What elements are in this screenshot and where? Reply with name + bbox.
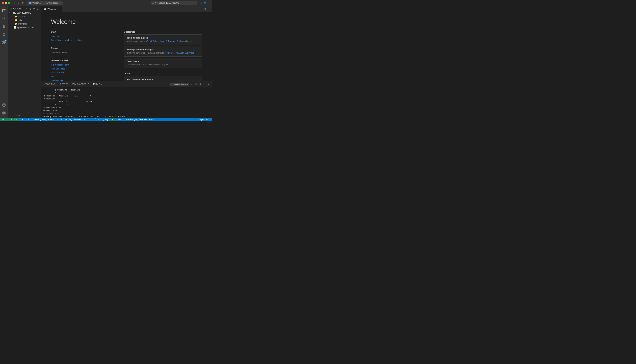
outline-section[interactable]: › Outline (8, 114, 41, 117)
back-button[interactable]: ‹ (13, 2, 16, 4)
settings-keybindings-card[interactable]: Settings and keybindings Install the set… (124, 46, 202, 56)
remote-address: 127.0.0.1:8443 (5, 118, 18, 120)
build-status-text: [ (103, 118, 104, 120)
activity-item-source-control[interactable] (0, 22, 8, 30)
activity-item-extensions[interactable]: 1 (0, 38, 8, 46)
tools-languages-card[interactable]: Tools and languages Install support for … (124, 34, 202, 45)
js-link[interactable]: JavaScript (142, 40, 152, 42)
terminal-actions: 1: CMake/Launch + ⊞ 🗑 △ ✕ (170, 82, 211, 86)
issue-tracker-link[interactable]: Issue Tracker (51, 71, 114, 74)
terminal-separator-top: ----------+----------+----------+ (43, 92, 210, 94)
browser-actions: ☆ 👤 ⋮ (200, 2, 210, 4)
terminal-tabs: PROBLEMS OUTPUT DEBUG CONSOLE TERMINAL 1… (41, 82, 212, 87)
minimize-traffic-light[interactable] (5, 2, 7, 4)
tab-welcome[interactable]: 🏠 Welcome ✕ (41, 6, 62, 12)
clone-repo-link[interactable]: clone repository... (67, 38, 84, 42)
collapse-sidebar-button[interactable]: ⊟ (36, 7, 39, 10)
new-folder-sidebar-button[interactable]: ⊕ (29, 7, 32, 10)
new-terminal-button[interactable]: + (190, 82, 193, 86)
new-file-link[interactable]: New file (51, 34, 114, 38)
refresh-sidebar-button[interactable]: ↻ (33, 7, 36, 10)
activity-item-search[interactable] (0, 14, 8, 22)
reload-button[interactable]: ↻ (21, 2, 25, 4)
customize-section-title: Customize (124, 30, 202, 33)
more-link[interactable]: more (187, 40, 192, 42)
outline-arrow: › (10, 114, 12, 116)
python-link[interactable]: Python (153, 40, 159, 42)
welcome-tab-close[interactable]: ✕ (58, 8, 60, 10)
open-folder-link[interactable]: Open folder... (51, 38, 64, 42)
activity-item-settings[interactable] (0, 109, 8, 117)
github-repo-link[interactable]: GitHub Repository (51, 63, 114, 67)
errors-warnings-item[interactable]: ✕ 0 ⚠ 0 (21, 118, 30, 121)
kill-terminal-button[interactable]: 🗑 (198, 82, 202, 86)
php-link[interactable]: PHP (165, 40, 169, 42)
profile-button[interactable]: 👤 (204, 2, 206, 4)
sublime-link[interactable]: Sublime (171, 52, 178, 54)
close-traffic-light[interactable] (2, 2, 4, 4)
atom-link[interactable]: Atom (179, 52, 184, 54)
layout-text: Layout: U.S. (199, 118, 210, 120)
activity-item-accounts[interactable] (0, 101, 8, 109)
folder-icon: 📁 (15, 15, 17, 18)
editor-more-button[interactable]: ⋯ (207, 8, 212, 10)
welcome-left-column: Start New file Open folder... or clone r… (51, 30, 114, 81)
color-theme-card[interactable]: Color theme Make the editor and your cod… (124, 58, 202, 68)
layout-status-item[interactable]: Layout: U.S. (198, 118, 211, 121)
activity-bar: 1 (0, 6, 8, 118)
split-terminal-button[interactable]: ⊞ (194, 82, 198, 86)
tab-terminal[interactable]: TERMINAL (91, 82, 105, 87)
browser-tab-close[interactable]: ✕ (59, 2, 61, 4)
terminal-name-item[interactable]: 1-PrivacyPreservingKeyValueSearch-BGV (117, 118, 155, 121)
activity-item-explorer[interactable] (0, 6, 8, 14)
release-notes-link[interactable]: Release Notes (51, 67, 114, 71)
find-run-commands-card[interactable]: Find and run all commands Rapidly access… (124, 76, 202, 81)
setup-guide-link[interactable]: Setup Guide (51, 78, 114, 81)
extensions-button[interactable]: ⋮ (208, 2, 210, 4)
terminal-predict: model-predict=36.729 (secs) ( 1.530+-0.1… (43, 115, 210, 118)
faq-link[interactable]: FAQ (51, 74, 114, 78)
split-editor-button[interactable]: ⊞ (202, 7, 207, 10)
new-file-sidebar-button[interactable]: + (25, 7, 28, 10)
remote-status-item[interactable]: ⚡ 127.0.0.1:8443 (1, 118, 19, 121)
address-text: 127.0.0.1:8443 (166, 2, 179, 4)
run-button[interactable]: ▶ (111, 118, 115, 121)
terminal-name-text: 1-PrivacyPreservingKeyValueSearch-BGV (117, 118, 155, 120)
terminal-separator-mid: condition +----------+----------+-------… (43, 98, 210, 100)
build-folder-icon: 📁 (15, 19, 17, 21)
tab-debug-console[interactable]: DEBUG CONSOLE (70, 82, 91, 87)
terminal-panel-select[interactable]: 1: CMake/Launch (170, 83, 189, 86)
maximize-traffic-light[interactable] (8, 2, 10, 4)
workspace-root-item[interactable]: ▾ FHE-WORKSPACE (8, 11, 41, 14)
tree-label-vsix: cpptools-linux.vsix (17, 26, 35, 28)
tree-item-vscode[interactable]: › 📁 .vscode (8, 14, 41, 18)
tree-item-build[interactable]: › 📁 build (8, 18, 41, 22)
build-status-item[interactable]: 🔨 Build [ all ] (94, 118, 109, 121)
maximize-panel-button[interactable]: △ (203, 82, 206, 86)
new-browser-tab-button[interactable]: + (63, 2, 65, 4)
forward-button[interactable]: › (17, 2, 20, 4)
compiler-status-item[interactable]: ⚙ GCC for x86_64-redhat-linux 10.2.1 (57, 118, 92, 121)
terminal-separator-bot: ----------+----------+----------+ (43, 104, 210, 106)
activity-item-run[interactable] (0, 30, 8, 38)
tree-item-examples[interactable]: › 📁 examples (8, 22, 41, 26)
or-text: or (65, 38, 67, 42)
vim-link[interactable]: Vim (167, 52, 170, 54)
azure-link[interactable]: Azure (170, 40, 175, 42)
terminal-content[interactable]: | Positive | Negative | ----------+-----… (41, 87, 212, 118)
terminal-precision: Precision: 0.88 (43, 106, 210, 109)
cmake-status-item[interactable]: CMake: [Debug]: Ready (32, 118, 55, 121)
address-bar[interactable]: ⚠ Not Secure 127.0.0.1:8443 (151, 1, 197, 5)
start-section-title: Start (51, 30, 114, 33)
tab-problems[interactable]: PROBLEMS (42, 82, 58, 87)
tools-languages-desc: Install support for JavaScript, Python, … (127, 40, 199, 43)
others-link[interactable]: others (188, 52, 194, 54)
bookmark-button[interactable]: ☆ (200, 2, 202, 4)
close-panel-button[interactable]: ✕ (207, 82, 211, 86)
docker-link[interactable]: Docker (177, 40, 183, 42)
tree-item-vsix[interactable]: 📄 cpptools-linux.vsix (8, 26, 41, 29)
browser-tab[interactable]: W Welcome — FHE-Workspace ✕ (27, 1, 63, 5)
tab-output[interactable]: OUTPUT (58, 82, 70, 87)
java-link[interactable]: Java (160, 40, 164, 42)
color-theme-title: Color theme (127, 60, 199, 62)
